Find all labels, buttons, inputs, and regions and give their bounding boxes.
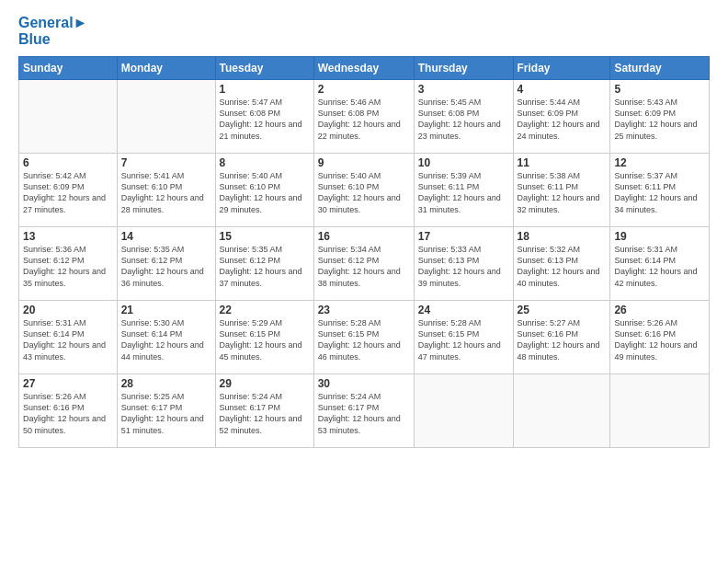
day-header-wednesday: Wednesday (313, 57, 414, 80)
week-row-1: 1Sunrise: 5:47 AMSunset: 6:08 PMDaylight… (19, 80, 710, 154)
calendar-cell: 14Sunrise: 5:35 AMSunset: 6:12 PMDayligh… (117, 227, 215, 301)
cell-info: Sunrise: 5:45 AMSunset: 6:08 PMDaylight:… (418, 97, 509, 142)
cell-info: Sunrise: 5:36 AMSunset: 6:12 PMDaylight:… (23, 244, 113, 289)
day-header-tuesday: Tuesday (215, 57, 313, 80)
calendar-cell: 30Sunrise: 5:24 AMSunset: 6:17 PMDayligh… (313, 374, 414, 448)
day-number: 27 (23, 377, 113, 390)
cell-info: Sunrise: 5:35 AMSunset: 6:12 PMDaylight:… (121, 244, 211, 289)
day-number: 8 (220, 156, 310, 169)
day-number: 14 (121, 230, 211, 243)
day-number: 29 (220, 377, 310, 390)
day-number: 15 (220, 230, 310, 243)
calendar-cell: 24Sunrise: 5:28 AMSunset: 6:15 PMDayligh… (414, 301, 513, 374)
day-number: 18 (518, 230, 607, 243)
cell-info: Sunrise: 5:40 AMSunset: 6:10 PMDaylight:… (318, 170, 410, 215)
day-header-sunday: Sunday (19, 57, 118, 80)
day-number: 26 (614, 304, 705, 316)
day-number: 17 (418, 230, 509, 243)
cell-info: Sunrise: 5:43 AMSunset: 6:09 PMDaylight:… (614, 97, 705, 142)
day-number: 16 (318, 230, 410, 243)
day-number: 13 (23, 230, 113, 243)
day-number: 25 (518, 304, 607, 316)
day-number: 19 (614, 230, 705, 243)
calendar-cell: 17Sunrise: 5:33 AMSunset: 6:13 PMDayligh… (414, 227, 513, 301)
calendar-cell (19, 80, 118, 154)
calendar-cell: 21Sunrise: 5:30 AMSunset: 6:14 PMDayligh… (117, 301, 215, 374)
calendar-cell (117, 80, 215, 154)
week-row-2: 6Sunrise: 5:42 AMSunset: 6:09 PMDaylight… (19, 154, 710, 227)
calendar-cell: 20Sunrise: 5:31 AMSunset: 6:14 PMDayligh… (19, 301, 118, 374)
week-row-3: 13Sunrise: 5:36 AMSunset: 6:12 PMDayligh… (19, 227, 710, 301)
week-row-4: 20Sunrise: 5:31 AMSunset: 6:14 PMDayligh… (19, 301, 710, 374)
cell-info: Sunrise: 5:31 AMSunset: 6:14 PMDaylight:… (23, 317, 113, 362)
week-row-5: 27Sunrise: 5:26 AMSunset: 6:16 PMDayligh… (19, 374, 710, 448)
cell-info: Sunrise: 5:26 AMSunset: 6:16 PMDaylight:… (23, 391, 113, 436)
day-number: 2 (318, 83, 410, 96)
cell-info: Sunrise: 5:38 AMSunset: 6:11 PMDaylight:… (518, 170, 607, 215)
day-number: 1 (220, 83, 310, 96)
calendar-cell: 6Sunrise: 5:42 AMSunset: 6:09 PMDaylight… (19, 154, 118, 227)
cell-info: Sunrise: 5:44 AMSunset: 6:09 PMDaylight:… (518, 97, 607, 142)
cell-info: Sunrise: 5:47 AMSunset: 6:08 PMDaylight:… (220, 97, 310, 142)
day-number: 4 (518, 83, 607, 96)
header: General Blue General►Blue (18, 15, 710, 47)
cell-info: Sunrise: 5:25 AMSunset: 6:17 PMDaylight:… (121, 391, 211, 436)
calendar-cell: 5Sunrise: 5:43 AMSunset: 6:09 PMDaylight… (610, 80, 710, 154)
calendar-cell: 11Sunrise: 5:38 AMSunset: 6:11 PMDayligh… (513, 154, 610, 227)
cell-info: Sunrise: 5:28 AMSunset: 6:15 PMDaylight:… (318, 317, 410, 362)
calendar-cell: 4Sunrise: 5:44 AMSunset: 6:09 PMDaylight… (513, 80, 610, 154)
cell-info: Sunrise: 5:46 AMSunset: 6:08 PMDaylight:… (318, 97, 410, 142)
calendar-cell: 18Sunrise: 5:32 AMSunset: 6:13 PMDayligh… (513, 227, 610, 301)
day-number: 30 (318, 377, 410, 390)
day-number: 5 (614, 83, 705, 96)
cell-info: Sunrise: 5:24 AMSunset: 6:17 PMDaylight:… (220, 391, 310, 436)
calendar-cell (513, 374, 610, 448)
calendar-cell: 28Sunrise: 5:25 AMSunset: 6:17 PMDayligh… (117, 374, 215, 448)
logo: General Blue General►Blue (18, 15, 87, 47)
day-number: 7 (121, 156, 211, 169)
calendar-cell: 27Sunrise: 5:26 AMSunset: 6:16 PMDayligh… (19, 374, 118, 448)
day-header-saturday: Saturday (610, 57, 710, 80)
calendar-cell: 15Sunrise: 5:35 AMSunset: 6:12 PMDayligh… (215, 227, 313, 301)
day-header-thursday: Thursday (414, 57, 513, 80)
cell-info: Sunrise: 5:35 AMSunset: 6:12 PMDaylight:… (220, 244, 310, 289)
cell-info: Sunrise: 5:29 AMSunset: 6:15 PMDaylight:… (220, 317, 310, 362)
cell-info: Sunrise: 5:40 AMSunset: 6:10 PMDaylight:… (220, 170, 310, 215)
cell-info: Sunrise: 5:31 AMSunset: 6:14 PMDaylight:… (614, 244, 705, 289)
calendar-cell: 10Sunrise: 5:39 AMSunset: 6:11 PMDayligh… (414, 154, 513, 227)
calendar-cell: 12Sunrise: 5:37 AMSunset: 6:11 PMDayligh… (610, 154, 710, 227)
calendar-cell (610, 374, 710, 448)
day-number: 20 (23, 304, 113, 316)
day-number: 11 (518, 156, 607, 169)
day-header-friday: Friday (513, 57, 610, 80)
cell-info: Sunrise: 5:39 AMSunset: 6:11 PMDaylight:… (418, 170, 509, 215)
day-number: 24 (418, 304, 509, 316)
calendar-cell: 29Sunrise: 5:24 AMSunset: 6:17 PMDayligh… (215, 374, 313, 448)
calendar-cell: 25Sunrise: 5:27 AMSunset: 6:16 PMDayligh… (513, 301, 610, 374)
calendar-cell: 7Sunrise: 5:41 AMSunset: 6:10 PMDaylight… (117, 154, 215, 227)
calendar-cell: 2Sunrise: 5:46 AMSunset: 6:08 PMDaylight… (313, 80, 414, 154)
calendar-cell (414, 374, 513, 448)
cell-info: Sunrise: 5:41 AMSunset: 6:10 PMDaylight:… (121, 170, 211, 215)
cell-info: Sunrise: 5:27 AMSunset: 6:16 PMDaylight:… (518, 317, 607, 362)
day-number: 3 (418, 83, 509, 96)
calendar-cell: 16Sunrise: 5:34 AMSunset: 6:12 PMDayligh… (313, 227, 414, 301)
day-number: 10 (418, 156, 509, 169)
calendar-table: SundayMondayTuesdayWednesdayThursdayFrid… (18, 56, 710, 448)
day-number: 22 (220, 304, 310, 316)
cell-info: Sunrise: 5:42 AMSunset: 6:09 PMDaylight:… (23, 170, 113, 215)
cell-info: Sunrise: 5:37 AMSunset: 6:11 PMDaylight:… (614, 170, 705, 215)
calendar-page: General Blue General►Blue SundayMondayTu… (0, 0, 728, 563)
day-number: 6 (23, 156, 113, 169)
calendar-cell: 22Sunrise: 5:29 AMSunset: 6:15 PMDayligh… (215, 301, 313, 374)
cell-info: Sunrise: 5:32 AMSunset: 6:13 PMDaylight:… (518, 244, 607, 289)
calendar-cell: 23Sunrise: 5:28 AMSunset: 6:15 PMDayligh… (313, 301, 414, 374)
calendar-cell: 8Sunrise: 5:40 AMSunset: 6:10 PMDaylight… (215, 154, 313, 227)
calendar-cell: 19Sunrise: 5:31 AMSunset: 6:14 PMDayligh… (610, 227, 710, 301)
day-number: 12 (614, 156, 705, 169)
day-number: 21 (121, 304, 211, 316)
calendar-cell: 3Sunrise: 5:45 AMSunset: 6:08 PMDaylight… (414, 80, 513, 154)
cell-info: Sunrise: 5:26 AMSunset: 6:16 PMDaylight:… (614, 317, 705, 362)
cell-info: Sunrise: 5:33 AMSunset: 6:13 PMDaylight:… (418, 244, 509, 289)
calendar-cell: 9Sunrise: 5:40 AMSunset: 6:10 PMDaylight… (313, 154, 414, 227)
